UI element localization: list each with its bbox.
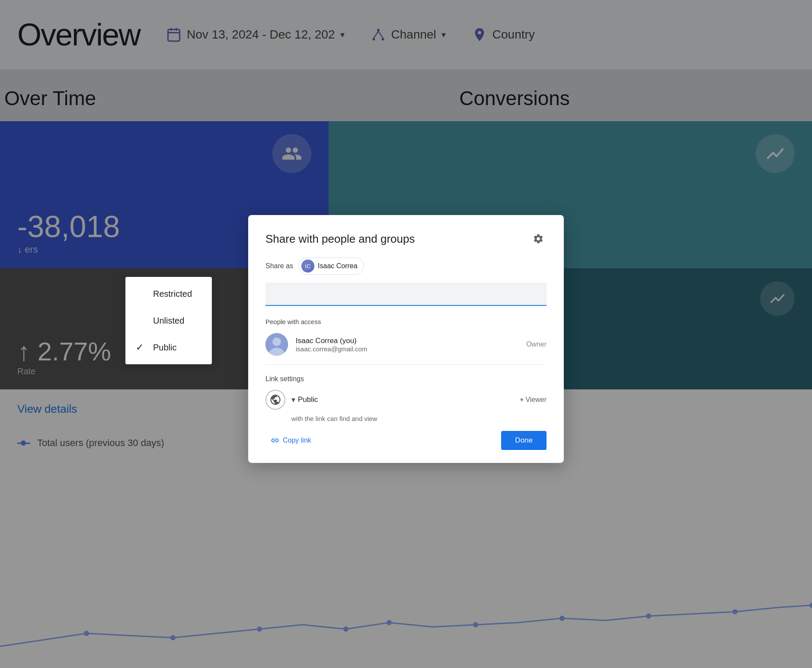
link-icon [271,436,279,445]
share-as-face: IC [301,260,314,273]
person-row: Isaac Correa (you) isaac.correa@gmail.co… [265,333,547,365]
person-avatar [265,333,288,356]
globe-icon [269,394,281,406]
person-photo-icon [265,333,288,356]
link-desc: with the link can find and view [291,415,547,422]
link-settings-label: Link settings [265,375,547,383]
copy-link-button[interactable]: Copy link [265,433,316,448]
link-visibility-dropdown: ✓ Restricted ✓ Unlisted ✓ Public [125,277,212,364]
done-button[interactable]: Done [501,431,547,450]
link-row: ▾ Public ▾ Viewer [265,390,547,410]
share-as-avatar: IC [301,260,314,273]
person-name: Isaac Correa (you) [296,336,518,345]
person-email: isaac.correa@gmail.com [296,345,518,352]
copy-link-label: Copy link [283,437,311,444]
settings-button[interactable] [530,231,547,247]
viewer-dropdown[interactable]: ▾ Viewer [520,396,547,404]
restricted-label: Restricted [153,289,192,299]
link-arrow-down: ▾ [291,395,295,405]
modal-title: Share with people and groups [265,232,415,245]
link-status[interactable]: ▾ Public [291,395,318,405]
link-status-label: Public [298,395,318,404]
share-as-pill[interactable]: IC Isaac Correa [298,257,364,275]
public-check: ✓ [136,342,146,353]
modal-footer: Copy link Done [265,431,547,450]
add-people-input[interactable] [265,283,547,306]
svg-point-21 [272,337,281,346]
people-access-label: People with access [265,318,547,325]
modal-header: Share with people and groups [265,231,547,247]
gear-icon [533,233,544,244]
share-modal: Share with people and groups Share as IC… [248,215,564,463]
person-info: Isaac Correa (you) isaac.correa@gmail.co… [296,336,518,352]
dropdown-item-unlisted[interactable]: ✓ Unlisted [125,307,212,334]
public-label: Public [153,343,176,353]
dropdown-item-public[interactable]: ✓ Public [125,334,212,361]
globe-icon-wrap [265,390,285,410]
dropdown-item-restricted[interactable]: ✓ Restricted [125,280,212,307]
person-face [265,333,288,356]
person-role: Owner [526,340,547,348]
viewer-label: Viewer [525,396,547,404]
share-as-name: Isaac Correa [318,262,358,270]
unlisted-label: Unlisted [153,316,184,326]
viewer-arrow: ▾ [520,396,524,404]
share-as-label: Share as [265,262,293,270]
share-as-row: Share as IC Isaac Correa [265,257,547,275]
